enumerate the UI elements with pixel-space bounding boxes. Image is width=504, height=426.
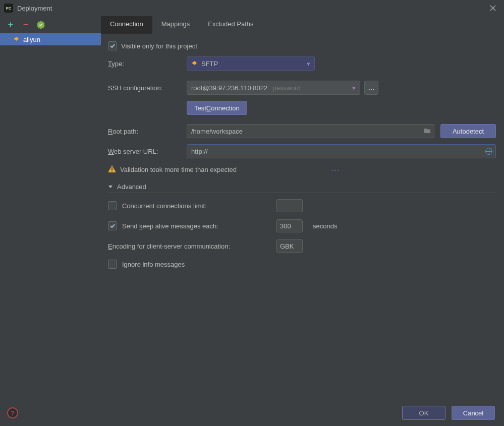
window-title: Deployment [17, 5, 487, 12]
svg-rect-2 [111, 167, 113, 170]
sidebar-item-label: aliyun [23, 36, 40, 43]
tab-excluded-paths[interactable]: Excluded Paths [199, 16, 262, 34]
concurrent-checkbox[interactable] [108, 201, 117, 210]
concurrent-row: Concurrent connections limit: [108, 199, 496, 212]
folder-icon[interactable] [424, 128, 431, 135]
root-path-label: Root path: [108, 128, 187, 135]
advanced-body: Concurrent connections limit: Send k [108, 193, 496, 269]
test-connection-row: Test Connection [108, 101, 496, 115]
web-url-value: http:// [191, 148, 208, 155]
ssh-config-row: SSH configuration: root@39.97.236.110:80… [108, 81, 496, 95]
help-button[interactable]: ? [7, 407, 18, 418]
web-url-input[interactable]: http:// [187, 144, 496, 158]
autodetect-button[interactable]: Autodetect [440, 124, 496, 138]
svg-rect-3 [111, 171, 113, 172]
server-icon [13, 36, 20, 43]
keepalive-checkbox[interactable] [108, 221, 117, 230]
ssh-config-browse-button[interactable]: … [364, 81, 378, 95]
footer: ? OK Cancel [0, 401, 504, 426]
sidebar-item-aliyun[interactable]: aliyun [0, 33, 101, 45]
sidebar: + − aliyun [0, 16, 101, 401]
main-panel: Connection Mappings Excluded Paths Visib… [101, 16, 504, 401]
type-row: Type: SFTP ▾ [108, 56, 496, 71]
add-server-button[interactable]: + [6, 20, 15, 29]
remove-server-button[interactable]: − [21, 20, 30, 29]
type-select[interactable]: SFTP ▾ [187, 56, 315, 71]
ssh-auth-hint: password [272, 84, 301, 92]
encoding-row: Encoding for client-server communication… [108, 239, 496, 253]
sidebar-toolbar: + − [0, 16, 101, 33]
set-default-button[interactable] [36, 20, 45, 29]
tab-connection[interactable]: Connection [101, 16, 152, 34]
keepalive-label: Send keep alive messages each: [122, 222, 218, 230]
validation-more-link[interactable]: --- [331, 166, 340, 173]
web-url-row: Web server URL: http:// [108, 144, 496, 158]
close-icon [490, 5, 496, 11]
validation-message: Validation took more time than expected [120, 166, 237, 173]
root-path-value: /home/workspace [191, 128, 243, 135]
chevron-down-icon: ▾ [352, 84, 356, 92]
type-label: Type: [108, 60, 187, 68]
server-icon [191, 60, 198, 68]
ignore-info-row: Ignore info messages [108, 260, 496, 269]
ssh-config-label: SSH configuration: [108, 84, 187, 92]
keepalive-row: Send keep alive messages each: 300 secon… [108, 219, 496, 232]
concurrent-label: Concurrent connections limit: [122, 202, 207, 210]
close-button[interactable] [487, 2, 499, 14]
warning-icon [108, 165, 116, 174]
web-url-label: Web server URL: [108, 148, 187, 155]
server-list: aliyun [0, 33, 101, 401]
body-area: + − aliyun Connection Mappings Excluded … [0, 16, 504, 401]
keepalive-input[interactable]: 300 [276, 219, 303, 232]
chevron-down-icon [108, 183, 113, 191]
keepalive-suffix: seconds [313, 222, 337, 230]
test-connection-button[interactable]: Test Connection [187, 101, 247, 115]
encoding-label: Encoding for client-server communication… [108, 242, 230, 250]
concurrent-input[interactable] [276, 199, 303, 212]
titlebar: PC Deployment [0, 0, 504, 16]
type-value: SFTP [201, 60, 218, 68]
chevron-down-icon: ▾ [307, 60, 310, 68]
root-path-input[interactable]: /home/workspace [187, 124, 434, 138]
root-path-row: Root path: /home/workspace Autodetect [108, 124, 496, 138]
validation-row: Validation took more time than expected … [108, 164, 496, 175]
ok-button[interactable]: OK [402, 406, 445, 420]
ssh-config-select[interactable]: root@39.97.236.110:8022 password ▾ [187, 81, 360, 95]
visible-only-row: Visible only for this project [108, 41, 496, 50]
cancel-button[interactable]: Cancel [452, 406, 495, 420]
app-icon: PC [4, 4, 13, 13]
tab-mappings[interactable]: Mappings [152, 16, 199, 34]
ignore-info-checkbox[interactable] [108, 260, 117, 269]
ignore-info-label: Ignore info messages [122, 261, 185, 268]
connection-form: Visible only for this project Type: SFTP… [101, 34, 496, 269]
visible-only-label: Visible only for this project [121, 42, 197, 50]
tabs: Connection Mappings Excluded Paths [101, 16, 496, 34]
encoding-input[interactable]: GBK [276, 239, 303, 253]
ssh-config-value: root@39.97.236.110:8022 [191, 84, 267, 92]
check-badge-icon [37, 21, 45, 29]
advanced-toggle[interactable]: Advanced [108, 181, 496, 193]
advanced-section: Advanced Concurrent connections limit: [108, 181, 496, 269]
globe-icon[interactable] [485, 148, 492, 155]
visible-only-checkbox[interactable] [108, 41, 117, 50]
advanced-label: Advanced [117, 183, 146, 191]
